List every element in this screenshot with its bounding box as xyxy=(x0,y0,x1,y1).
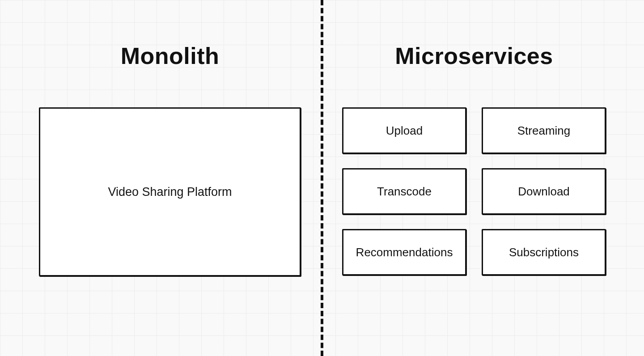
monolith-box-label: Video Sharing Platform xyxy=(108,185,232,199)
service-box: Upload xyxy=(342,107,466,154)
service-box: Transcode xyxy=(342,168,466,215)
service-label: Streaming xyxy=(517,124,571,138)
service-label: Download xyxy=(518,185,570,199)
service-box: Download xyxy=(482,168,606,215)
service-label: Recommendations xyxy=(356,246,453,259)
service-box: Subscriptions xyxy=(482,229,606,275)
service-box: Recommendations xyxy=(342,229,466,275)
service-label: Transcode xyxy=(377,185,432,199)
monolith-panel: Monolith Video Sharing Platform xyxy=(0,0,322,356)
service-label: Upload xyxy=(386,124,423,138)
service-box: Streaming xyxy=(482,107,606,154)
service-label: Subscriptions xyxy=(509,246,579,259)
vertical-divider xyxy=(321,0,323,356)
monolith-box: Video Sharing Platform xyxy=(39,107,301,276)
microservices-panel: Microservices Upload Streaming Transcode… xyxy=(322,0,644,356)
microservices-title: Microservices xyxy=(395,42,553,69)
diagram-container: Monolith Video Sharing Platform Microser… xyxy=(0,0,644,356)
monolith-title: Monolith xyxy=(121,42,220,69)
services-grid: Upload Streaming Transcode Download Reco… xyxy=(342,107,606,275)
